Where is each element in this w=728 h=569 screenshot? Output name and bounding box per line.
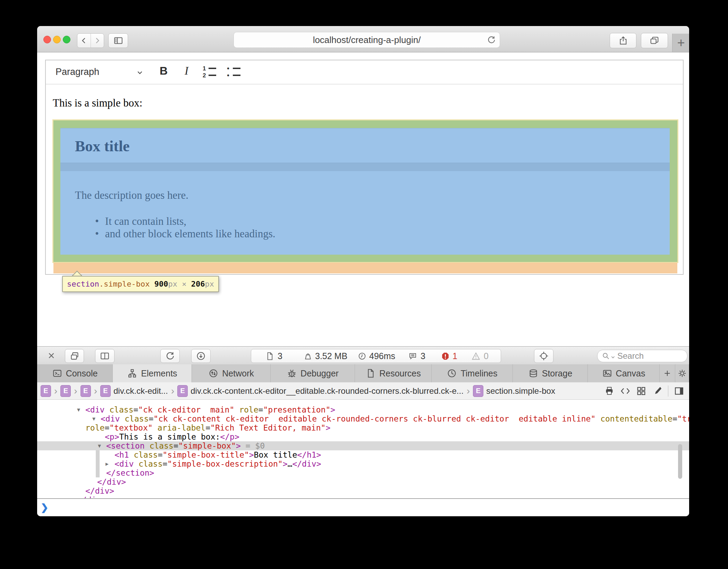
disclosure-open-icon[interactable]: ▼ — [92, 414, 95, 423]
forward-icon — [92, 36, 102, 45]
browser-titlebar: localhost/creating-a-plugin/ + — [37, 26, 689, 52]
details-sidebar-icon[interactable] — [674, 386, 684, 396]
tab-elements[interactable]: Elements — [113, 364, 192, 382]
split-view-icon — [100, 351, 110, 361]
breadcrumb-item[interactable]: Ediv.ck.ck-content.ck-editor__editable.c… — [177, 385, 464, 397]
italic-button[interactable]: I — [185, 65, 188, 77]
chevron-right-icon: › — [171, 385, 174, 397]
back-button[interactable] — [77, 36, 91, 45]
load-time: 496ms — [369, 349, 395, 363]
tab-console[interactable]: Console — [37, 364, 113, 382]
tooltip-height: 206 — [191, 280, 205, 288]
download-button[interactable] — [191, 349, 211, 363]
dom-source-line: </div> — [97, 477, 126, 486]
dom-source-line: <h1 class="simple-box-title">Box title</… — [115, 450, 321, 459]
disclosure-open-icon[interactable]: ▼ — [98, 441, 101, 450]
zoom-traffic-light[interactable] — [63, 36, 70, 43]
box-description: The description goes here. — [75, 189, 188, 202]
highlight-margin-area — [53, 263, 677, 273]
tab-resources[interactable]: Resources — [355, 364, 432, 382]
gear-tab[interactable] — [675, 364, 689, 382]
disclosure-open-icon[interactable]: ▼ — [77, 405, 80, 414]
tab-label: Debugger — [300, 368, 339, 379]
dom-tree-row[interactable]: <h1 class="simple-box-title">Box title</… — [37, 450, 689, 459]
tab-timelines[interactable]: Timelines — [432, 364, 513, 382]
breadcrumb-item[interactable]: E — [41, 385, 51, 397]
download-icon — [196, 351, 206, 361]
elements-icon — [127, 368, 137, 379]
dom-tree-row[interactable]: <p>This is a simple box:</p> — [37, 432, 689, 441]
share-button[interactable] — [610, 33, 636, 48]
breadcrumb-item[interactable]: Ediv.ck.ck-edit... — [100, 385, 168, 397]
plus-tab[interactable] — [660, 364, 675, 382]
dom-tree-row[interactable]: role="textbox" aria-label="Rich Text Edi… — [37, 423, 689, 432]
dom-source-line: <p>This is a simple box:</p> — [105, 432, 239, 441]
tab-label: Storage — [542, 368, 573, 379]
dom-scrollbar-thumb[interactable] — [678, 444, 682, 479]
styles-brush-icon[interactable] — [652, 386, 662, 396]
reload-icon[interactable] — [486, 35, 496, 45]
dom-tree-row[interactable]: </div> — [37, 495, 689, 498]
breadcrumb-label: section.simple-box — [486, 386, 555, 396]
numbered-list-icon[interactable]: 1 2 — [203, 66, 216, 78]
highlight-description-block[interactable]: The description goes here. It can contai… — [60, 171, 670, 255]
tab-debugger[interactable]: Debugger — [271, 364, 355, 382]
dock-button[interactable] — [65, 349, 84, 363]
reload-button[interactable] — [160, 349, 180, 363]
paragraph-dropdown[interactable]: Paragraph — [56, 67, 99, 77]
highlight-title-block[interactable]: Box title — [60, 128, 670, 163]
dom-tree-row[interactable]: ▼<div class="ck ck-editor__main" role="p… — [37, 405, 689, 414]
editor-toolbar: Paragraph B I 1 2 • • — [46, 60, 683, 84]
breadcrumb-item[interactable]: Esection.simple-box — [473, 385, 555, 397]
dom-tree-row[interactable]: </section> — [37, 468, 689, 477]
element-badge: E — [177, 385, 188, 397]
dom-tree-row[interactable]: ▼<div class="ck ck-content ck-editor__ed… — [37, 414, 689, 423]
chevron-down-icon[interactable] — [135, 68, 144, 77]
network-icon — [208, 368, 219, 379]
tab-network[interactable]: Network — [192, 364, 271, 382]
breadcrumb-item[interactable]: E — [60, 385, 71, 397]
close-icon[interactable] — [46, 350, 57, 361]
resource-stats-group[interactable]: 3 3.52 MB 496ms 3 1 0 — [251, 349, 501, 363]
url-bar[interactable]: localhost/creating-a-plugin/ — [234, 32, 500, 48]
source-code-icon[interactable] — [620, 386, 630, 396]
grid-icon[interactable] — [636, 386, 646, 396]
breadcrumb-item[interactable]: E — [81, 385, 91, 397]
dom-tree-row[interactable]: </div> — [37, 486, 689, 495]
tab-overview-button[interactable] — [641, 33, 668, 48]
forward-button[interactable] — [91, 36, 104, 45]
console-prompt: ❯ — [41, 502, 49, 513]
element-picker-button[interactable] — [534, 349, 553, 363]
chevron-right-icon: › — [54, 385, 57, 397]
split-view-button[interactable] — [95, 349, 115, 363]
crosshair-icon — [539, 351, 549, 361]
dom-tree-row[interactable]: ▶<div class="simple-box-description">…</… — [37, 459, 689, 468]
intro-paragraph[interactable]: This is a simple box: — [53, 97, 142, 109]
breadcrumb-label: div.ck.ck-content.ck-editor__editable.ck… — [191, 386, 464, 396]
minimize-traffic-light[interactable] — [53, 36, 61, 43]
dom-tree-row[interactable]: </div> — [37, 477, 689, 486]
bold-button[interactable]: B — [160, 65, 168, 77]
error-icon — [441, 349, 450, 363]
highlight-padding-area[interactable]: Box title The description goes here. It … — [53, 120, 677, 262]
reload-icon — [165, 351, 175, 361]
bulleted-list-icon[interactable]: • • — [227, 66, 240, 78]
documents-icon — [265, 349, 274, 363]
new-tab-button[interactable]: + — [672, 34, 689, 52]
tab-label: Console — [66, 368, 98, 379]
load-time-icon — [357, 349, 367, 363]
print-icon[interactable] — [604, 386, 615, 396]
box-list-item: and other block elements like headings. — [95, 228, 276, 240]
console-input-row[interactable]: ❯ — [37, 499, 689, 516]
console-message-count: 3 — [421, 349, 425, 363]
close-traffic-light[interactable] — [43, 36, 51, 43]
console-icon — [52, 368, 62, 379]
dom-tree-row[interactable]: ▼<section class="simple-box"> = $0 — [37, 441, 689, 450]
search-input[interactable]: Search — [597, 350, 687, 362]
disclosure-closed-icon[interactable]: ▶ — [105, 459, 109, 468]
tab-storage[interactable]: Storage — [513, 364, 588, 382]
ckeditor: Paragraph B I 1 2 • • This is a simple b… — [45, 60, 684, 275]
sidebar-toggle-button[interactable] — [108, 33, 128, 48]
element-badge: E — [100, 385, 111, 397]
tab-canvas[interactable]: Canvas — [588, 364, 660, 382]
